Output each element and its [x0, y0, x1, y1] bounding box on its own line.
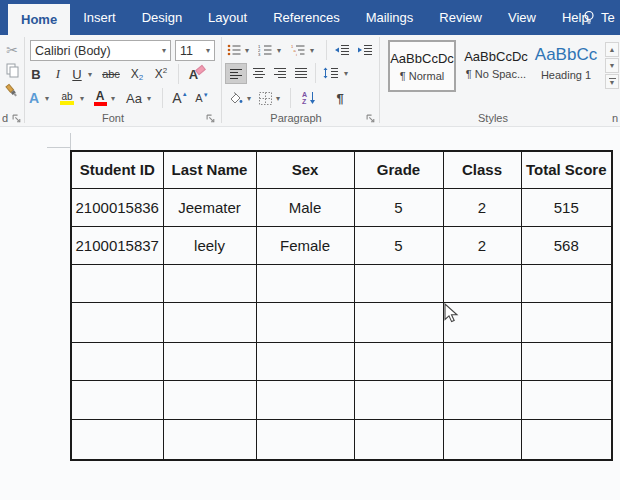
student-table[interactable]: Student IDLast NameSexGradeClassTotal Sc…	[70, 150, 613, 461]
paragraph-dialog-launcher[interactable]	[366, 114, 376, 124]
numbering-button[interactable]: 123	[257, 40, 273, 60]
cut-button[interactable]: ✂	[3, 40, 21, 60]
table-cell[interactable]: Female	[256, 226, 354, 264]
tab-home[interactable]: Home	[8, 4, 70, 35]
bold-button[interactable]: B	[28, 64, 44, 84]
table-cell[interactable]	[163, 419, 256, 460]
tab-design[interactable]: Design	[129, 0, 195, 35]
style-card-normal[interactable]: AaBbCcDc¶ Normal	[388, 40, 456, 92]
table-cell[interactable]: 5	[354, 226, 443, 264]
numbering-dropdown[interactable]: ▾	[274, 40, 284, 60]
align-center-button[interactable]	[249, 63, 269, 83]
underline-dropdown[interactable]: ▾	[85, 64, 95, 84]
table-cell[interactable]	[256, 302, 354, 342]
decrease-indent-button[interactable]	[333, 40, 351, 60]
bullets-button[interactable]	[226, 40, 242, 60]
borders-button[interactable]	[257, 88, 273, 108]
table-header-cell[interactable]: Student ID	[71, 151, 163, 188]
tab-references[interactable]: References	[260, 0, 352, 35]
table-cell[interactable]	[354, 380, 443, 419]
table-cell[interactable]: 2	[443, 226, 521, 264]
table-cell[interactable]	[71, 419, 163, 460]
table-cell[interactable]	[71, 380, 163, 419]
borders-dropdown[interactable]: ▾	[273, 88, 283, 108]
table-cell[interactable]	[163, 264, 256, 302]
table-cell[interactable]	[256, 419, 354, 460]
table-header-cell[interactable]: Total Score	[521, 151, 612, 188]
table-header-cell[interactable]: Sex	[256, 151, 354, 188]
multilevel-list-dropdown[interactable]: ▾	[307, 40, 317, 60]
text-effects-dropdown[interactable]: ▾	[42, 88, 52, 108]
tab-insert[interactable]: Insert	[70, 0, 129, 35]
style-card-heading-1[interactable]: AaBbCcHeading 1	[532, 40, 600, 92]
table-header-cell[interactable]: Last Name	[163, 151, 256, 188]
align-right-button[interactable]	[270, 63, 290, 83]
tab-review[interactable]: Review	[426, 0, 495, 35]
table-cell[interactable]	[354, 264, 443, 302]
table-cell[interactable]: Male	[256, 188, 354, 226]
shading-button[interactable]	[226, 88, 244, 108]
styles-scroll-up-button[interactable]: ▲	[605, 42, 619, 57]
font-color-dropdown[interactable]: ▾	[108, 88, 118, 108]
table-cell[interactable]	[443, 264, 521, 302]
table-cell[interactable]	[163, 380, 256, 419]
table-cell[interactable]	[71, 302, 163, 342]
table-cell[interactable]	[256, 342, 354, 380]
table-cell[interactable]	[443, 419, 521, 460]
subscript-button[interactable]: X2	[128, 64, 146, 84]
table-header-cell[interactable]: Grade	[354, 151, 443, 188]
table-cell[interactable]: 2100015836	[71, 188, 163, 226]
table-cell[interactable]	[71, 342, 163, 380]
multilevel-list-button[interactable]: 1ai	[290, 40, 306, 60]
show-hide-pilcrow-button[interactable]: ¶	[332, 88, 348, 108]
table-cell[interactable]	[163, 342, 256, 380]
table-cell[interactable]	[354, 342, 443, 380]
styles-gallery-more-button[interactable]: ▼	[605, 74, 619, 89]
font-name-combobox[interactable]: Calibri (Body) ▾	[30, 40, 171, 61]
copy-button[interactable]	[3, 60, 21, 80]
tab-mailings[interactable]: Mailings	[353, 0, 427, 35]
clear-formatting-button[interactable]: A	[185, 64, 209, 84]
sort-button[interactable]: A Z	[298, 88, 320, 108]
shading-dropdown[interactable]: ▾	[244, 88, 254, 108]
underline-button[interactable]: U	[70, 64, 84, 84]
table-cell[interactable]	[354, 419, 443, 460]
table-cell[interactable]: 2100015837	[71, 226, 163, 264]
table-cell[interactable]: 5	[354, 188, 443, 226]
bullets-dropdown[interactable]: ▾	[242, 40, 252, 60]
table-cell[interactable]	[521, 419, 612, 460]
change-case-button[interactable]: Aa	[124, 88, 144, 108]
table-cell[interactable]	[71, 264, 163, 302]
format-painter-button[interactable]	[2, 81, 22, 101]
text-highlight-button[interactable]: ab	[58, 88, 76, 108]
table-cell[interactable]	[443, 342, 521, 380]
table-header-cell[interactable]: Class	[443, 151, 521, 188]
clipboard-dialog-launcher[interactable]	[12, 114, 22, 124]
table-cell[interactable]	[521, 342, 612, 380]
styles-scroll-down-button[interactable]: ▼	[605, 58, 619, 73]
tell-me-button[interactable]: Te	[582, 0, 620, 35]
table-cell[interactable]: 515	[521, 188, 612, 226]
table-cell[interactable]	[256, 380, 354, 419]
text-effects-button[interactable]: A	[26, 88, 42, 108]
font-color-button[interactable]: A	[92, 88, 108, 108]
tab-layout[interactable]: Layout	[195, 0, 260, 35]
table-cell[interactable]	[443, 380, 521, 419]
table-cell[interactable]	[521, 264, 612, 302]
increase-indent-button[interactable]	[356, 40, 374, 60]
document-canvas[interactable]: Student IDLast NameSexGradeClassTotal Sc…	[0, 128, 620, 500]
text-highlight-dropdown[interactable]: ▾	[77, 88, 87, 108]
align-left-button[interactable]	[225, 63, 247, 84]
justify-button[interactable]	[291, 63, 311, 83]
table-cell[interactable]	[521, 302, 612, 342]
table-cell[interactable]: 2	[443, 188, 521, 226]
line-spacing-dropdown[interactable]: ▾	[341, 63, 351, 83]
shrink-font-button[interactable]: A▼	[192, 88, 212, 108]
font-size-combobox[interactable]: 11 ▾	[175, 40, 215, 61]
table-cell[interactable]	[521, 380, 612, 419]
table-cell[interactable]: 568	[521, 226, 612, 264]
change-case-dropdown[interactable]: ▾	[144, 88, 154, 108]
grow-font-button[interactable]: A▲	[170, 88, 190, 108]
line-spacing-button[interactable]	[321, 63, 341, 83]
table-cell[interactable]	[256, 264, 354, 302]
